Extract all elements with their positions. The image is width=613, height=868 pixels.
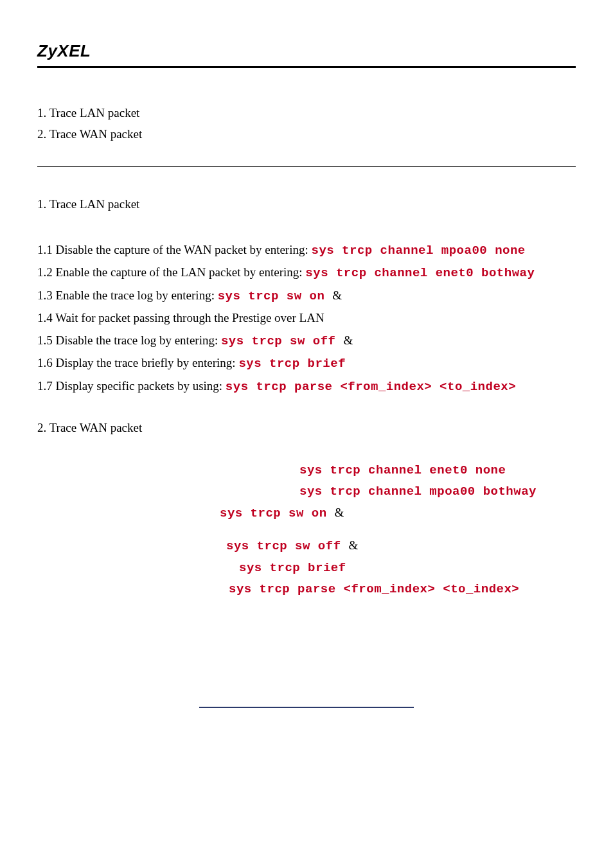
section-1-title: 1. Trace LAN packet	[37, 195, 576, 214]
step-1-6: 1.6 Display the trace briefly by enterin…	[37, 354, 576, 373]
step-1-7-text: 1.7 Display specific packets by using:	[37, 379, 226, 393]
s2-line-5: sys trcp brief	[239, 558, 576, 578]
toc-item-1: 1. Trace LAN packet	[37, 104, 576, 123]
step-1-2: 1.2 Enable the capture of the LAN packet…	[37, 263, 576, 283]
s2-cmd-3: sys trcp sw on	[220, 506, 335, 520]
step-1-3-text: 1.3 Enable the trace log by entering:	[37, 288, 218, 302]
step-1-6-text: 1.6 Display the trace briefly by enterin…	[37, 356, 238, 369]
step-1-5: 1.5 Disable the trace log by entering: s…	[37, 332, 576, 351]
step-1-5-cmd: sys trcp sw off	[221, 334, 343, 348]
s2-line-3: sys trcp sw on &	[220, 504, 573, 523]
header-rule	[37, 66, 576, 68]
step-1-3-amp: &	[332, 288, 342, 302]
step-1-5-amp: &	[343, 333, 353, 347]
brand-logo: ZyXEL	[37, 39, 576, 64]
step-1-2-text: 1.2 Enable the capture of the LAN packet…	[37, 265, 305, 279]
section-2-block: sys trcp channel enet0 none sys trcp cha…	[37, 461, 576, 599]
toc-item-2: 2. Trace WAN packet	[37, 125, 576, 144]
s2-blank-line	[222, 525, 576, 536]
step-1-3-cmd: sys trcp sw on	[218, 289, 333, 303]
s2-line-6: sys trcp parse <from_index> <to_index>	[229, 580, 576, 599]
section-2-title: 2. Trace WAN packet	[37, 419, 576, 438]
s2-cmd-5: sys trcp brief	[239, 561, 346, 575]
s2-cmd-6: sys trcp parse <from_index> <to_index>	[229, 582, 519, 596]
footer-rule-wrap	[37, 707, 576, 708]
s2-cmd-1: sys trcp channel enet0 none	[299, 463, 506, 477]
separator-rule	[37, 166, 576, 167]
step-1-3: 1.3 Enable the trace log by entering: sy…	[37, 287, 576, 306]
s2-cmd-2: sys trcp channel mpoa00 bothway	[299, 484, 537, 499]
step-1-7: 1.7 Display specific packets by using: s…	[37, 377, 576, 396]
step-1-1-cmd: sys trcp channel mpoa00 none	[311, 244, 525, 258]
footer-rule	[199, 707, 414, 708]
step-1-1-text: 1.1 Disable the capture of the WAN packe…	[37, 243, 311, 256]
s2-amp-4: &	[348, 538, 358, 552]
step-1-1: 1.1 Disable the capture of the WAN packe…	[37, 241, 576, 260]
step-1-2-cmd: sys trcp channel enet0 bothway	[305, 266, 535, 280]
s2-amp-3: &	[335, 506, 344, 519]
step-1-6-cmd: sys trcp brief	[238, 357, 346, 371]
toc: 1. Trace LAN packet 2. Trace WAN packet	[37, 104, 576, 143]
step-1-7-cmd: sys trcp parse <from_index> <to_index>	[226, 380, 516, 394]
s2-line-4: sys trcp sw off &	[226, 536, 576, 556]
s2-line-1: sys trcp channel enet0 none	[299, 461, 576, 480]
step-1-5-text: 1.5 Disable the trace log by entering:	[37, 333, 221, 347]
s2-line-2: sys trcp channel mpoa00 bothway	[299, 482, 576, 501]
step-1-4: 1.4 Wait for packet passing through the …	[37, 309, 576, 328]
s2-cmd-4: sys trcp sw off	[226, 539, 348, 553]
